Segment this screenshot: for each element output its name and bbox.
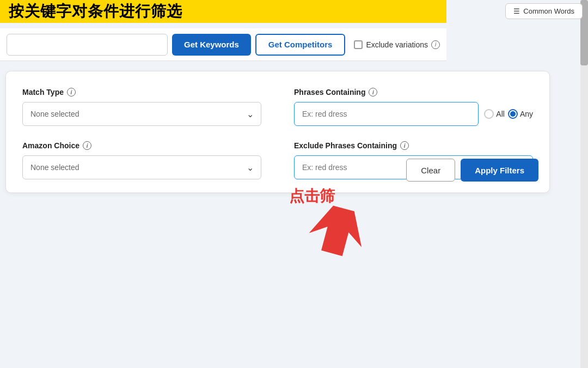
common-words-label: Common Words	[523, 7, 574, 15]
search-input[interactable]	[7, 34, 168, 56]
amazon-choice-select[interactable]: None selected Yes No	[22, 155, 261, 179]
apply-filters-button[interactable]: Apply Filters	[461, 159, 538, 182]
radio-any[interactable]: Any	[508, 109, 533, 119]
common-words-button[interactable]: ☰ Common Words	[505, 3, 583, 19]
radio-all-circle	[484, 109, 494, 119]
radio-all[interactable]: All	[484, 109, 505, 119]
filter-panel: Match Type i None selected Broad Phrase …	[5, 71, 550, 193]
exclude-variations-wrap: Exclude variations i	[354, 40, 440, 49]
phrases-containing-input[interactable]	[294, 102, 479, 126]
banner-text: 按关键字对条件进行筛选	[9, 1, 182, 22]
amazon-choice-label: Amazon Choice i	[22, 141, 261, 150]
list-icon: ☰	[513, 7, 520, 15]
get-competitors-button[interactable]: Get Competitors	[255, 34, 346, 56]
bottom-buttons: Clear Apply Filters	[406, 159, 538, 182]
match-type-label: Match Type i	[22, 88, 261, 96]
amazon-choice-dropdown-wrapper: None selected Yes No ⌄	[22, 155, 261, 179]
top-banner: 按关键字对条件进行筛选	[0, 0, 446, 23]
get-keywords-button[interactable]: Get Keywords	[172, 34, 251, 56]
page-wrapper: 按关键字对条件进行筛选 ☰ Common Words Get Keywords …	[0, 0, 588, 368]
exclude-phrases-label: Exclude Phrases Containing i	[294, 141, 533, 150]
match-type-select[interactable]: None selected Broad Phrase Exact	[22, 102, 261, 126]
amazon-choice-info-icon: i	[83, 141, 91, 150]
match-type-group: Match Type i None selected Broad Phrase …	[22, 88, 261, 126]
svg-marker-0	[305, 202, 370, 257]
scrollbar-track[interactable]	[580, 0, 588, 368]
phrases-containing-row: All Any	[294, 102, 533, 126]
phrases-containing-label: Phrases Containing i	[294, 88, 533, 96]
amazon-choice-group: Amazon Choice i None selected Yes No ⌄	[22, 141, 261, 179]
match-type-info-icon: i	[67, 88, 76, 96]
search-row: Get Keywords Get Competitors Exclude var…	[0, 28, 446, 61]
exclude-variations-checkbox[interactable]	[354, 40, 363, 49]
exclude-phrases-info-icon: i	[400, 141, 409, 150]
phrases-containing-info-icon: i	[369, 88, 377, 96]
clear-button[interactable]: Clear	[406, 159, 455, 182]
exclude-variations-label: Exclude variations	[366, 40, 428, 49]
radio-all-label: All	[496, 110, 505, 118]
annotation-text: 点击筛	[289, 186, 335, 207]
match-type-dropdown-wrapper: None selected Broad Phrase Exact ⌄	[22, 102, 261, 126]
exclude-variations-info-icon: i	[431, 40, 440, 49]
phrases-radio-group: All Any	[484, 109, 533, 119]
radio-any-label: Any	[520, 110, 533, 118]
phrases-containing-group: Phrases Containing i All Any	[294, 88, 533, 126]
arrow-overlay	[305, 202, 371, 259]
radio-any-circle	[508, 109, 518, 119]
